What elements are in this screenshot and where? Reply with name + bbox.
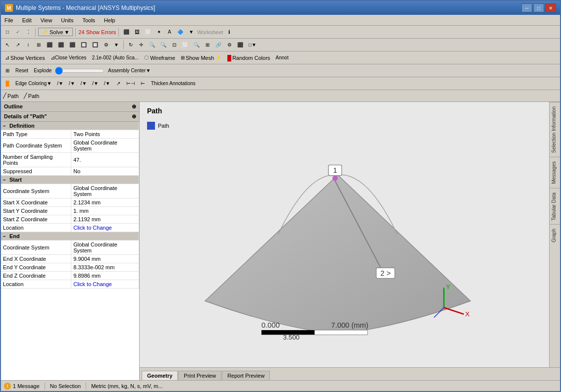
tb-icon6[interactable]: ▼: [187, 27, 196, 37]
annot-btn[interactable]: Annot: [274, 53, 291, 63]
end-location-value[interactable]: Click to Change: [71, 280, 139, 289]
tb-icon4[interactable]: A: [165, 27, 174, 37]
side-tab-selection[interactable]: Selection Information: [550, 102, 560, 157]
assembly-center-btn[interactable]: Assembly Center ▼: [106, 66, 153, 76]
start-z-value[interactable]: 2.1192 mm: [71, 215, 139, 224]
random-colors-btn[interactable]: █ Random Colors: [225, 53, 272, 63]
tb-icon3[interactable]: ⬜: [143, 27, 153, 37]
prop-suppressed-value[interactable]: No: [71, 167, 139, 176]
explode-slider[interactable]: [55, 67, 104, 75]
close-vertices-btn[interactable]: ⊿ Close Vertices: [49, 53, 89, 63]
path-tab-1[interactable]: ╱ Path: [3, 93, 19, 99]
tb2-search[interactable]: 🔍: [192, 40, 202, 50]
tb2-11[interactable]: ▼: [112, 40, 121, 50]
wireframe-btn[interactable]: ⬡ Wireframe: [142, 53, 177, 63]
tab-report-preview[interactable]: Report Preview: [222, 371, 270, 380]
tb-info[interactable]: ℹ: [225, 27, 234, 37]
toggle-end[interactable]: −: [3, 234, 6, 239]
tb-icon1[interactable]: ⬛: [121, 27, 131, 37]
reset-icon[interactable]: ⊞: [3, 66, 12, 76]
worksheet-label[interactable]: Worksheet: [197, 29, 223, 35]
reset-btn[interactable]: Reset: [13, 66, 30, 76]
edge-dash1[interactable]: /▼: [55, 79, 65, 89]
tab-print-preview[interactable]: Print Preview: [178, 371, 221, 380]
tb2-layers[interactable]: ⬛: [235, 40, 245, 50]
solve-button[interactable]: ⚡ Solve ▼: [38, 28, 73, 36]
tb2-snap[interactable]: 🔗: [213, 40, 223, 50]
end-z-value[interactable]: 9.8986 mm: [71, 272, 139, 280]
outline-pin[interactable]: ⊕: [132, 103, 136, 110]
viewport[interactable]: Path Path: [140, 102, 560, 367]
open-button[interactable]: ✓: [13, 27, 22, 37]
menu-view[interactable]: View: [39, 17, 54, 24]
tb2-3[interactable]: ↕: [24, 40, 33, 50]
end-location-label: Location: [1, 280, 71, 289]
prop-sampling-value[interactable]: 47.: [71, 153, 139, 167]
start-location-value[interactable]: Click to Change: [71, 224, 139, 232]
show-errors-btn[interactable]: 24 Show Errors: [78, 29, 116, 35]
tb-icon2[interactable]: 🖼: [133, 27, 142, 37]
side-tab-graph[interactable]: Graph: [550, 224, 560, 246]
thicken-btn[interactable]: Thicken Annotations: [149, 79, 198, 89]
tb2-4[interactable]: ⊞: [34, 40, 43, 50]
path-tab-2[interactable]: ╱ Path: [24, 93, 40, 99]
tb2-fit[interactable]: ⊡: [170, 40, 179, 50]
tb2-grid[interactable]: ⊞: [203, 40, 212, 50]
tb2-6[interactable]: ⬛: [56, 40, 66, 50]
tb2-10[interactable]: ⚙: [102, 40, 110, 50]
prop-coord-system-value[interactable]: Global Coordinate System: [71, 139, 139, 153]
edge-dash4[interactable]: /▼: [90, 79, 101, 89]
edge-arrow[interactable]: ↗: [114, 79, 123, 89]
menu-file[interactable]: File: [3, 17, 15, 24]
tb2-8[interactable]: 🔲: [79, 40, 89, 50]
tb2-2[interactable]: ↗: [13, 40, 22, 50]
start-x-value[interactable]: 2.1234 mm: [71, 198, 139, 207]
end-x-value[interactable]: 9.9004 mm: [71, 255, 139, 263]
edge-color-icon[interactable]: █: [3, 79, 12, 89]
side-tab-messages[interactable]: Messages: [550, 157, 560, 188]
edge-dash2[interactable]: /▼: [67, 79, 77, 89]
menu-edit[interactable]: Edit: [21, 17, 33, 24]
details-pin[interactable]: ⊕: [132, 113, 136, 120]
tb2-9[interactable]: 🔲: [90, 40, 100, 50]
edge-bar2[interactable]: ⊢: [139, 79, 148, 89]
show-vertices-btn[interactable]: ⊿ Show Vertices: [3, 53, 47, 63]
edge-coloring-btn[interactable]: Edge Coloring ▼: [13, 79, 53, 89]
edge-bar1[interactable]: ⊢⊣: [124, 79, 137, 89]
tb2-move[interactable]: ✛: [137, 40, 146, 50]
show-mesh-btn[interactable]: ⊞ Show Mesh ⚡: [179, 53, 224, 63]
tab-geometry[interactable]: Geometry: [142, 371, 178, 380]
tb2-rotate[interactable]: ↻: [126, 40, 135, 50]
explode-btn[interactable]: Explode: [32, 66, 53, 76]
svg-text:1: 1: [333, 166, 337, 174]
side-tab-tabular[interactable]: Tabular Data: [550, 188, 560, 225]
tb2-box[interactable]: ⬜: [180, 40, 190, 50]
auto-scale-btn[interactable]: 2.1e-002 (Auto Sca...: [90, 53, 141, 63]
tb2-1[interactable]: ↖: [3, 40, 12, 50]
edge-dash3[interactable]: /▼: [79, 79, 89, 89]
tb-plus[interactable]: ✦: [154, 27, 163, 37]
dots-button[interactable]: ⁚: [24, 27, 33, 37]
prop-path-type-value[interactable]: Two Points: [71, 130, 139, 139]
menu-tools[interactable]: Tools: [81, 17, 97, 24]
toggle-definition[interactable]: −: [3, 123, 6, 129]
tb2-extra[interactable]: ⚙: [225, 40, 234, 50]
end-coord-system-value[interactable]: Global Coordinate System: [71, 241, 139, 255]
maximize-button[interactable]: □: [533, 3, 544, 12]
tb-icon5[interactable]: 🔷: [175, 27, 185, 37]
minimize-button[interactable]: ─: [521, 3, 532, 12]
tb2-zoom[interactable]: 🔍: [147, 40, 157, 50]
tb2-drop[interactable]: □▼: [247, 40, 258, 50]
menu-help[interactable]: Help: [102, 17, 117, 24]
new-button[interactable]: □: [3, 27, 12, 37]
toggle-start[interactable]: −: [3, 177, 6, 183]
edge-dash5[interactable]: /▼: [102, 79, 112, 89]
tb2-5[interactable]: ⬛: [45, 40, 54, 50]
start-y-value[interactable]: 1. mm: [71, 207, 139, 215]
tb2-7[interactable]: ⬛: [67, 40, 77, 50]
close-button[interactable]: ✕: [545, 3, 556, 12]
start-coord-system-value[interactable]: Global Coordinate System: [71, 184, 139, 198]
menu-units[interactable]: Units: [59, 17, 75, 24]
tb2-zoom2[interactable]: 🔍: [158, 40, 168, 50]
end-y-value[interactable]: 8.3333e-002 mm: [71, 263, 139, 272]
